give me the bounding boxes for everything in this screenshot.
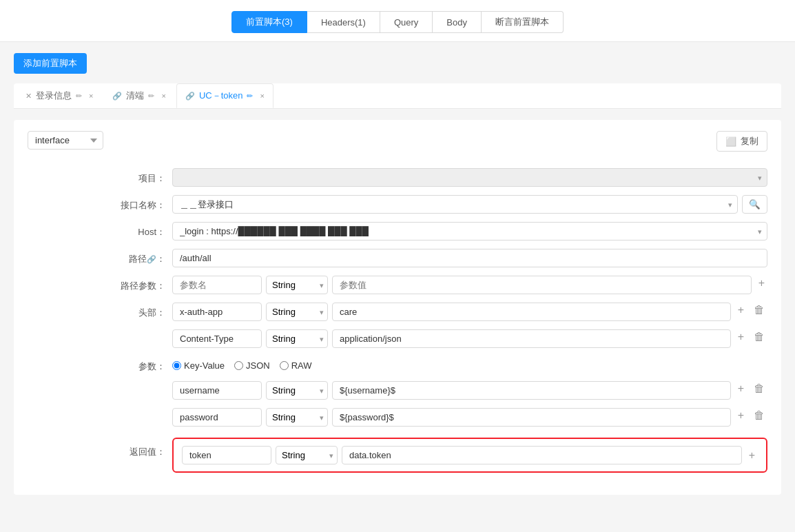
interface-name-content: ＿＿登录接口 🔍: [172, 195, 767, 214]
param-username-value[interactable]: [332, 381, 731, 400]
header-2-add-btn[interactable]: +: [735, 329, 747, 345]
header-1-type-wrap: String: [266, 303, 328, 321]
param-username-add-btn[interactable]: +: [735, 381, 747, 396]
return-label: 返回值：: [117, 435, 172, 458]
header-1-delete-btn[interactable]: 🗑: [751, 303, 767, 318]
return-token-type-wrap: String: [276, 446, 338, 464]
return-token-name[interactable]: [182, 446, 271, 464]
close-icon-login[interactable]: ×: [89, 92, 93, 100]
path-param-add-btn[interactable]: +: [756, 276, 767, 291]
tab-assert-pre[interactable]: 断言前置脚本: [482, 11, 564, 33]
return-row: String +: [182, 446, 758, 464]
interface-dropdown-wrap: interface: [28, 131, 103, 150]
radio-json[interactable]: JSON: [234, 360, 270, 371]
return-value-row: 返回值： String +: [117, 435, 767, 473]
header-row-1: 头部： String + 🗑: [117, 303, 767, 321]
tab-body[interactable]: Body: [433, 11, 482, 33]
header-2-delete-btn[interactable]: 🗑: [751, 329, 767, 345]
script-tab-login-info[interactable]: ✕ 登录信息 ✏ ×: [17, 83, 102, 108]
interface-dropdown[interactable]: interface: [28, 131, 103, 150]
tab-icon-x: ✕: [25, 92, 32, 101]
param-password-content: String + 🗑: [172, 408, 767, 427]
host-select[interactable]: _login : https://██████ ███ ████ ███ ███: [172, 222, 767, 241]
tab-pre-script[interactable]: 前置脚本(3): [231, 11, 307, 33]
return-token-type-select[interactable]: String: [276, 446, 338, 464]
add-script-button[interactable]: 添加前置脚本: [14, 53, 87, 74]
params-label: 参数：: [117, 356, 172, 373]
host-wrap: _login : https://██████ ███ ████ ███ ███: [172, 222, 767, 241]
path-param-name[interactable]: [172, 276, 262, 294]
header-1-add-btn[interactable]: +: [735, 303, 747, 318]
headers-label: 头部：: [117, 303, 172, 319]
radio-key-value-input[interactable]: [172, 361, 181, 370]
path-params-row: 路径参数： String +: [117, 276, 767, 294]
header-1-type-select[interactable]: String: [266, 303, 328, 321]
path-input[interactable]: /auth/all: [172, 249, 767, 267]
path-params-label: 路径参数：: [117, 276, 172, 292]
tab-query[interactable]: Query: [380, 11, 433, 33]
header-2-name[interactable]: [172, 329, 262, 348]
script-tab-uc-label: UC－token: [199, 90, 243, 102]
tab-icon-link-clear: 🔗: [112, 92, 122, 101]
param-password-value[interactable]: [332, 408, 731, 427]
search-button[interactable]: 🔍: [742, 195, 767, 214]
param-password-type-wrap: String: [266, 408, 328, 427]
path-param-value[interactable]: [332, 276, 752, 294]
header-1-name[interactable]: [172, 303, 262, 321]
path-param-type-select[interactable]: String: [266, 276, 328, 294]
interface-name-select[interactable]: ＿＿登录接口: [172, 195, 738, 214]
param-username-type-wrap: String: [266, 381, 328, 400]
params-type-row: 参数： Key-Value JSON RAW: [117, 356, 767, 373]
edit-icon-login[interactable]: ✏: [76, 92, 82, 101]
host-label: Host：: [117, 222, 172, 238]
radio-key-value[interactable]: Key-Value: [172, 360, 225, 371]
return-content-wrap: String +: [172, 435, 767, 473]
header-2-type-wrap: String: [266, 329, 328, 348]
header-1-value[interactable]: [332, 303, 731, 321]
headers-label-2: [117, 329, 172, 334]
search-icon: 🔍: [749, 199, 761, 209]
copy-button[interactable]: ⬜ 复制: [716, 131, 767, 152]
return-token-add-btn[interactable]: +: [746, 448, 758, 463]
interface-name-row: 接口名称： ＿＿登录接口 🔍: [117, 195, 767, 214]
return-token-value[interactable]: [342, 446, 742, 464]
param-username-type-select[interactable]: String: [266, 381, 328, 400]
edit-icon-uc[interactable]: ✏: [247, 92, 253, 101]
radio-json-label: JSON: [246, 360, 270, 371]
tab-headers[interactable]: Headers(1): [307, 11, 380, 33]
header-2-value[interactable]: [332, 329, 731, 348]
header-2-type-select[interactable]: String: [266, 329, 328, 348]
header-row-2: String + 🗑: [117, 329, 767, 348]
param-password-delete-btn[interactable]: 🗑: [751, 408, 767, 423]
close-icon-clear[interactable]: ×: [161, 92, 165, 100]
radio-raw-input[interactable]: [280, 361, 289, 370]
params-radio-group: Key-Value JSON RAW: [172, 356, 312, 371]
script-tab-clear[interactable]: 🔗 清端 ✏ ×: [103, 83, 174, 108]
project-content: [172, 168, 767, 187]
interface-name-wrap: ＿＿登录接口: [172, 195, 738, 214]
param-username-delete-btn[interactable]: 🗑: [751, 381, 767, 396]
close-icon-uc[interactable]: ×: [260, 92, 264, 100]
path-row: 路径🔗： /auth/all: [117, 249, 767, 267]
project-label: 项目：: [117, 168, 172, 185]
radio-raw[interactable]: RAW: [280, 360, 312, 371]
param-password-name[interactable]: [172, 408, 262, 427]
edit-icon-clear[interactable]: ✏: [148, 92, 154, 101]
copy-button-area: ⬜ 复制: [716, 131, 767, 152]
path-label: 路径🔗：: [117, 249, 172, 265]
form-fields: 项目： 接口名称： ＿＿登录接口 🔍: [117, 134, 767, 481]
script-tab-uc-token[interactable]: 🔗 UC－token ✏ ×: [176, 83, 273, 108]
radio-json-input[interactable]: [234, 361, 243, 370]
copy-label: 复制: [741, 135, 758, 147]
host-row: Host： _login : https://██████ ███ ████ █…: [117, 222, 767, 241]
param-row-username: String + 🗑: [117, 381, 767, 400]
project-input[interactable]: [172, 168, 767, 187]
form-panel: interface ⬜ 复制 项目： 接口名称：: [14, 120, 781, 495]
param-password-add-btn[interactable]: +: [735, 408, 747, 423]
param-username-name[interactable]: [172, 381, 262, 400]
param-username-content: String + 🗑: [172, 381, 767, 400]
link-icon: 🔗: [147, 255, 156, 263]
param-password-type-select[interactable]: String: [266, 408, 328, 427]
script-tab-clear-label: 清端: [126, 90, 144, 102]
path-text: 路径: [129, 254, 147, 264]
